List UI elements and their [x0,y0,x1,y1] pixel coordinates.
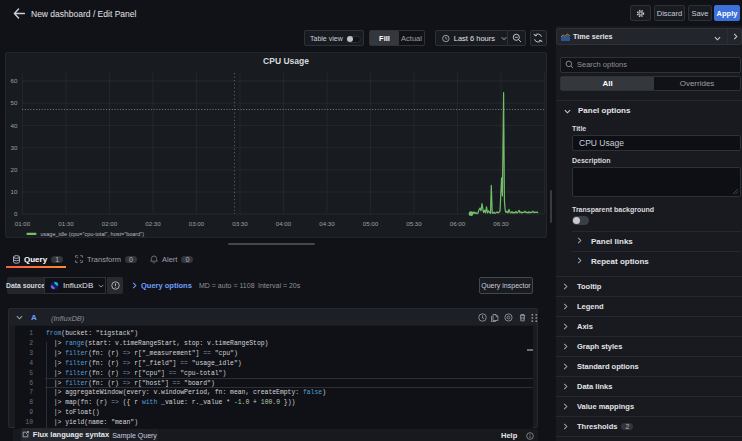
svg-text:02:00: 02:00 [102,220,118,227]
svg-text:30: 30 [11,144,18,151]
svg-text:usage_idle (cpu="cpu-total", h: usage_idle (cpu="cpu-total", host="board… [41,231,145,237]
svg-text:02:30: 02:30 [145,220,161,227]
svg-text:20: 20 [11,166,18,173]
svg-text:50: 50 [11,99,18,106]
svg-text:10: 10 [11,188,18,195]
svg-text:04:00: 04:00 [276,220,292,227]
svg-text:40: 40 [11,122,18,129]
svg-text:03:30: 03:30 [232,220,248,227]
svg-text:03:00: 03:00 [189,220,205,227]
svg-text:05:30: 05:30 [406,220,422,227]
svg-text:01:00: 01:00 [15,220,31,227]
svg-text:05:00: 05:00 [363,220,379,227]
svg-text:04:30: 04:30 [319,220,335,227]
svg-text:06:00: 06:00 [450,220,466,227]
svg-text:06:30: 06:30 [493,220,509,227]
svg-text:01:30: 01:30 [58,220,74,227]
svg-text:60: 60 [11,77,18,84]
svg-text:0: 0 [14,210,18,217]
